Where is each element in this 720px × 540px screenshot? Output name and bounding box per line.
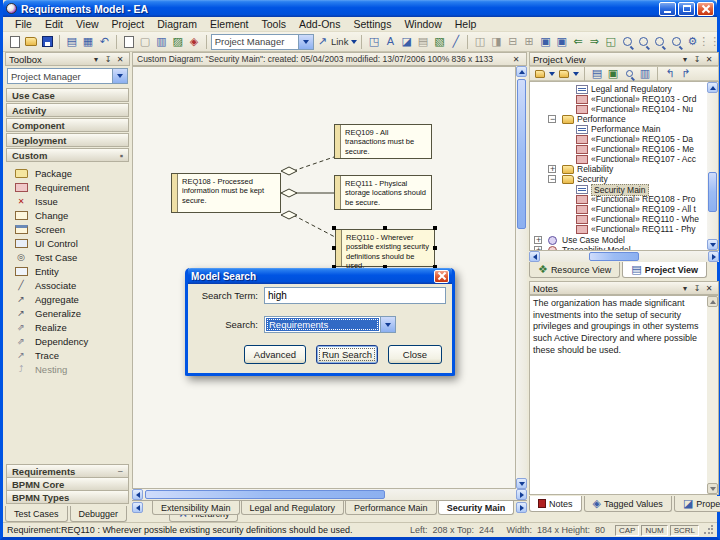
menu-help[interactable]: Help bbox=[449, 17, 483, 31]
toolbox-section-component[interactable]: Component bbox=[6, 118, 129, 132]
toolbox-section-usecase[interactable]: Use Case bbox=[6, 88, 129, 102]
image-icon[interactable] bbox=[432, 34, 447, 50]
tree-hscrollbar[interactable] bbox=[529, 251, 719, 262]
advanced-button[interactable]: Advanced bbox=[244, 345, 306, 364]
menu-edit[interactable]: Edit bbox=[39, 17, 69, 31]
move-left-icon[interactable] bbox=[570, 34, 585, 50]
title-bar[interactable]: Requirements Model - EA bbox=[3, 0, 717, 17]
toolbox-item-requirement[interactable]: Requirement bbox=[5, 180, 130, 194]
undo-icon[interactable] bbox=[97, 34, 112, 50]
notes-menu-icon[interactable]: ▾ bbox=[679, 283, 691, 294]
close-diagram-icon[interactable] bbox=[137, 34, 152, 50]
scroll-up-icon[interactable] bbox=[707, 82, 718, 93]
scroll-down-icon[interactable] bbox=[707, 239, 718, 250]
align-top-icon[interactable] bbox=[505, 34, 520, 50]
notes-body[interactable]: The organization has made significant in… bbox=[529, 295, 719, 495]
toolbox-item-nesting[interactable]: ⤴Nesting bbox=[5, 362, 130, 376]
new-project-icon[interactable] bbox=[533, 67, 547, 80]
dialog-title-bar[interactable]: Model Search bbox=[188, 268, 452, 284]
preview-icon[interactable] bbox=[170, 34, 185, 50]
toolbox-item-uicontrol[interactable]: UI Control bbox=[5, 236, 130, 250]
selection-handle[interactable] bbox=[332, 246, 336, 250]
toolbox-section-bpmn-core[interactable]: BPMN Core bbox=[6, 477, 129, 491]
toolbox-item-package[interactable]: Package bbox=[5, 166, 130, 180]
tab-notes[interactable]: Notes bbox=[529, 496, 582, 512]
toolbox-item-testcase[interactable]: ◎Test Case bbox=[5, 250, 130, 264]
menu-tools[interactable]: Tools bbox=[256, 17, 293, 31]
paste-icon[interactable] bbox=[80, 34, 95, 50]
diagram-tab-security[interactable]: Security Main bbox=[438, 501, 515, 515]
print-icon[interactable] bbox=[154, 34, 169, 50]
scroll-left-icon[interactable] bbox=[529, 251, 540, 262]
menu-view[interactable]: View bbox=[70, 17, 105, 31]
tree-item[interactable]: «Functional» REQ111 - Phy bbox=[530, 224, 718, 234]
project-view-menu-icon[interactable]: ▾ bbox=[679, 54, 691, 65]
minimize-button[interactable] bbox=[659, 2, 676, 16]
open-icon[interactable] bbox=[23, 34, 38, 50]
expander-icon[interactable] bbox=[548, 175, 556, 183]
notes-pin-icon[interactable]: ↧ bbox=[691, 283, 703, 294]
chevron-down-icon[interactable] bbox=[298, 35, 313, 49]
chevron-down-icon[interactable] bbox=[112, 69, 127, 83]
diagram-tab-extensibility[interactable]: Extensibility Main bbox=[152, 501, 240, 515]
expand-icon[interactable] bbox=[679, 67, 693, 80]
scroll-up-icon[interactable] bbox=[707, 296, 718, 307]
canvas-vscrollbar[interactable] bbox=[516, 66, 527, 489]
tree-item[interactable]: «Functional» REQ110 - Whe bbox=[530, 214, 718, 224]
run-search-button[interactable]: Run Search bbox=[316, 345, 378, 364]
expander-icon[interactable] bbox=[548, 115, 556, 123]
new-diagram-icon[interactable] bbox=[121, 34, 136, 50]
tab-project-view[interactable]: Project View bbox=[622, 262, 707, 278]
new-diagram-icon[interactable] bbox=[590, 67, 604, 80]
menu-settings[interactable]: Settings bbox=[347, 17, 397, 31]
selection-handle[interactable] bbox=[433, 226, 437, 230]
requirement-element-req111[interactable]: REQ111 - Physical storage locations shou… bbox=[334, 175, 432, 210]
documentation-icon[interactable] bbox=[638, 67, 652, 80]
tree-vscrollbar[interactable] bbox=[707, 82, 718, 250]
tab-scroll-left-icon[interactable] bbox=[132, 502, 143, 513]
project-view-pin-icon[interactable]: ↧ bbox=[691, 54, 703, 65]
tab-properties[interactable]: Properties bbox=[674, 496, 720, 512]
tab-debugger[interactable]: Debugger bbox=[70, 506, 128, 522]
align-bottom-icon[interactable] bbox=[521, 34, 536, 50]
line-icon[interactable] bbox=[448, 34, 463, 50]
link-arrow-icon[interactable] bbox=[315, 34, 330, 50]
tree-item[interactable]: Performance bbox=[530, 114, 718, 124]
canvas-hscrollbar[interactable] bbox=[132, 489, 527, 500]
tab-resource-view[interactable]: Resource View bbox=[529, 262, 620, 278]
diagram-close-icon[interactable]: ✕ bbox=[510, 54, 522, 65]
menu-element[interactable]: Element bbox=[204, 17, 255, 31]
tab-scroll-right-icon[interactable] bbox=[516, 502, 527, 513]
find-in-project-icon[interactable] bbox=[622, 67, 636, 80]
scroll-down-icon[interactable] bbox=[516, 478, 527, 489]
save-icon[interactable] bbox=[40, 34, 55, 50]
tree-item[interactable]: «Functional» REQ108 - Pro bbox=[530, 194, 718, 204]
tree-item[interactable]: Reliability bbox=[530, 164, 718, 174]
toolbox-section-custom[interactable]: Custom ▪ bbox=[6, 148, 129, 162]
toolbox-item-trace[interactable]: ↗Trace bbox=[5, 348, 130, 362]
toolbox-item-associate[interactable]: ╱Associate bbox=[5, 278, 130, 292]
tree-item[interactable]: «Functional» REQ104 - Nu bbox=[530, 104, 718, 114]
tree-item[interactable]: Use Case Model bbox=[530, 235, 718, 245]
scroll-right-icon[interactable] bbox=[708, 251, 719, 262]
tree-item[interactable]: «Functional» REQ106 - Me bbox=[530, 144, 718, 154]
toolbox-section-bpmn-types[interactable]: BPMN Types bbox=[6, 490, 129, 504]
scroll-thumb[interactable] bbox=[708, 172, 717, 212]
project-tree[interactable]: Legal and Regulatory «Functional» REQ103… bbox=[529, 81, 719, 251]
tree-item-selected[interactable]: Security Main bbox=[530, 184, 718, 194]
text-icon[interactable] bbox=[383, 34, 398, 50]
scroll-up-icon[interactable] bbox=[516, 66, 527, 77]
zoom-out-icon[interactable] bbox=[636, 34, 651, 50]
copy-element-icon[interactable] bbox=[538, 34, 553, 50]
tree-item[interactable]: Security bbox=[530, 174, 718, 184]
chevron-down-icon[interactable] bbox=[380, 317, 395, 332]
menu-project[interactable]: Project bbox=[106, 17, 151, 31]
toolbox-pin-icon[interactable]: ↧ bbox=[102, 54, 114, 65]
scroll-thumb[interactable] bbox=[517, 79, 526, 229]
section-options-icon[interactable]: ▪ bbox=[120, 150, 123, 161]
shape-icon[interactable] bbox=[399, 34, 414, 50]
fit-icon[interactable] bbox=[603, 34, 618, 50]
tab-tagged-values[interactable]: Tagged Values bbox=[584, 496, 672, 512]
notes-close-icon[interactable]: ✕ bbox=[703, 283, 715, 294]
link-dropdown[interactable]: Link bbox=[331, 36, 348, 47]
